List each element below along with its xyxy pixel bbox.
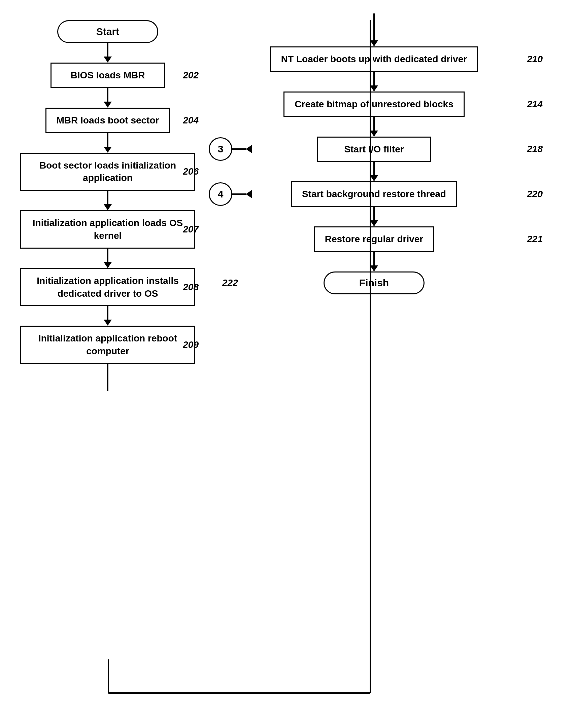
arrowhead bbox=[104, 147, 112, 153]
vline-top bbox=[373, 13, 375, 40]
label-214: 214 bbox=[527, 99, 543, 110]
arrowhead bbox=[104, 102, 112, 108]
right-column: NT Loader boots up with dedicated driver… bbox=[195, 13, 553, 391]
label-222: 222 bbox=[222, 278, 238, 288]
hline-4 bbox=[232, 193, 246, 195]
arrowhead bbox=[104, 204, 112, 210]
node-218-wrap: 3 Start I/O filter 218 bbox=[195, 137, 553, 162]
arrowhead bbox=[370, 131, 378, 137]
arrow-2-3 bbox=[20, 133, 195, 153]
node-finish-wrap: 222 Finish bbox=[195, 271, 553, 294]
label-221: 221 bbox=[527, 234, 543, 245]
arrow-1-2 bbox=[20, 88, 195, 108]
arrow-4-5 bbox=[20, 249, 195, 268]
vline bbox=[107, 191, 108, 204]
arrowhead-left-3 bbox=[246, 145, 252, 153]
node-214: Create bitmap of unrestored blocks bbox=[283, 92, 464, 117]
vline bbox=[373, 117, 375, 131]
arrowhead bbox=[104, 262, 112, 268]
arrowhead bbox=[370, 85, 378, 92]
circle-4: 4 bbox=[209, 182, 232, 206]
node-207-wrap: Initialization application loads OS kern… bbox=[20, 210, 195, 249]
arrow-r4-finish bbox=[195, 252, 553, 271]
vline bbox=[373, 72, 375, 85]
vline bbox=[107, 249, 108, 262]
node-204: MBR loads boot sector bbox=[45, 108, 170, 133]
arrowhead bbox=[104, 57, 112, 63]
node-207: Initialization application loads OS kern… bbox=[20, 210, 195, 249]
arrowhead bbox=[104, 320, 112, 326]
vline bbox=[373, 252, 375, 265]
arrow-r1-r2 bbox=[195, 117, 553, 137]
node-208: Initialization application installs dedi… bbox=[20, 268, 195, 306]
vline bbox=[373, 162, 375, 175]
node-202-wrap: BIOS loads MBR 202 bbox=[20, 63, 195, 88]
vline bbox=[107, 133, 108, 147]
left-column: Start BIOS loads MBR 202 MBR loads boot … bbox=[20, 13, 195, 391]
label-218: 218 bbox=[527, 144, 543, 154]
vline bbox=[107, 43, 108, 57]
vline bbox=[107, 88, 108, 102]
arrow-r3-r4 bbox=[195, 207, 553, 226]
circle-3: 3 bbox=[209, 137, 232, 161]
arrow-0-1 bbox=[20, 43, 195, 63]
flowchart: Start BIOS loads MBR 202 MBR loads boot … bbox=[0, 0, 573, 404]
node-finish: Finish bbox=[324, 271, 425, 294]
node-221: Restore regular driver bbox=[314, 226, 435, 252]
circle-3-connector: 3 bbox=[209, 137, 251, 161]
label-220: 220 bbox=[527, 189, 543, 199]
node-204-wrap: MBR loads boot sector 204 bbox=[20, 108, 195, 133]
node-220: Start background restore thread bbox=[291, 181, 457, 207]
arrow-r2-r3 bbox=[195, 162, 553, 181]
arrowhead bbox=[370, 265, 378, 271]
arrowhead-left-4 bbox=[246, 190, 252, 198]
node-218: Start I/O filter bbox=[317, 137, 431, 162]
node-208-wrap: Initialization application installs dedi… bbox=[20, 268, 195, 306]
node-209: Initialization application reboot comput… bbox=[20, 326, 195, 364]
arrow-3-4 bbox=[20, 191, 195, 210]
node-start-wrap: Start bbox=[20, 20, 195, 43]
vline bbox=[107, 364, 108, 391]
arrow-r0-r1 bbox=[195, 72, 553, 92]
arrowhead-top bbox=[370, 40, 378, 46]
node-209-wrap: Initialization application reboot comput… bbox=[20, 326, 195, 364]
arrow-5-6 bbox=[20, 306, 195, 326]
vline bbox=[373, 207, 375, 220]
node-220-wrap: 4 Start background restore thread 220 bbox=[195, 181, 553, 207]
circle-4-connector: 4 bbox=[209, 182, 252, 206]
vline bbox=[107, 306, 108, 320]
node-214-wrap: Create bitmap of unrestored blocks 214 bbox=[195, 92, 553, 117]
hline-3 bbox=[232, 148, 246, 150]
arrowhead bbox=[370, 220, 378, 226]
node-221-wrap: Restore regular driver 221 bbox=[195, 226, 553, 252]
node-206: Boot sector loads initialization applica… bbox=[20, 153, 195, 191]
label-210: 210 bbox=[527, 54, 543, 65]
node-210: NT Loader boots up with dedicated driver bbox=[270, 46, 478, 72]
top-connector bbox=[195, 13, 553, 46]
arrow-6-connector bbox=[20, 364, 195, 391]
node-206-wrap: Boot sector loads initialization applica… bbox=[20, 153, 195, 191]
arrowhead bbox=[370, 175, 378, 181]
node-start: Start bbox=[57, 20, 158, 43]
node-202: BIOS loads MBR bbox=[50, 63, 165, 88]
node-210-wrap: NT Loader boots up with dedicated driver… bbox=[195, 46, 553, 72]
